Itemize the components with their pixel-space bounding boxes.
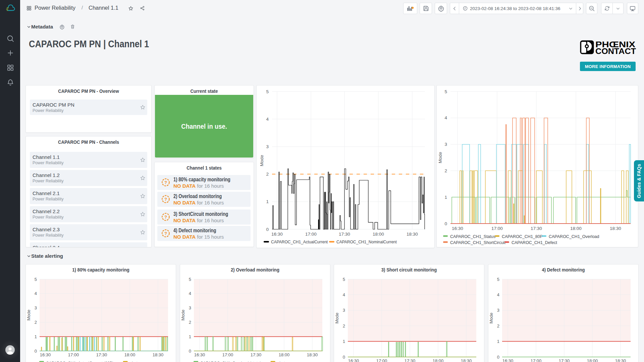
svg-text:17:30: 17:30 xyxy=(339,232,350,237)
svg-text:16:30: 16:30 xyxy=(502,358,514,362)
svg-text:CAPAROC_CH1_Defect: CAPAROC_CH1_Defect xyxy=(512,240,557,245)
svg-text:18:00: 18:00 xyxy=(587,358,598,362)
svg-text:17:30: 17:30 xyxy=(251,352,262,357)
svg-text:5: 5 xyxy=(343,277,345,282)
svg-text:16:30: 16:30 xyxy=(40,352,51,357)
svg-text:18:30: 18:30 xyxy=(615,358,626,362)
svg-text:1: 1 xyxy=(444,195,447,200)
svg-text:Mode: Mode xyxy=(438,152,443,163)
svg-text:0: 0 xyxy=(444,221,447,226)
svg-text:0: 0 xyxy=(35,349,37,354)
svg-text:1: 1 xyxy=(189,334,191,339)
svg-text:2: 2 xyxy=(35,320,37,325)
svg-text:16:30: 16:30 xyxy=(194,352,205,357)
svg-text:?: ? xyxy=(164,215,167,220)
svg-text:3: 3 xyxy=(444,142,447,147)
svg-text:17:00: 17:00 xyxy=(222,352,233,357)
svg-text:0: 0 xyxy=(343,355,345,360)
svg-text:5: 5 xyxy=(497,277,499,282)
svg-text:16:30: 16:30 xyxy=(271,232,283,237)
svg-text:?: ? xyxy=(164,180,167,185)
svg-text:17:00: 17:00 xyxy=(68,352,79,357)
svg-text:1: 1 xyxy=(497,339,499,344)
svg-text:17:00: 17:00 xyxy=(491,226,503,231)
svg-text:18:00: 18:00 xyxy=(570,226,582,231)
svg-text:18:30: 18:30 xyxy=(307,352,318,357)
svg-text:18:00: 18:00 xyxy=(433,358,444,362)
svg-text:Mode: Mode xyxy=(334,313,339,324)
svg-text:CAPAROC_CH1_ActualCurrent: CAPAROC_CH1_ActualCurrent xyxy=(271,240,328,244)
svg-text:17:30: 17:30 xyxy=(405,358,416,362)
svg-text:5: 5 xyxy=(35,277,37,282)
svg-text:CAPAROC_CH1_Overload: CAPAROC_CH1_Overload xyxy=(549,234,599,239)
svg-text:17:30: 17:30 xyxy=(531,226,542,231)
svg-text:4: 4 xyxy=(444,115,447,120)
svg-text:2: 2 xyxy=(189,320,191,325)
svg-text:CONTACT: CONTACT xyxy=(595,47,636,55)
svg-text:2: 2 xyxy=(444,168,447,173)
svg-text:1: 1 xyxy=(343,339,345,344)
svg-text:5: 5 xyxy=(266,89,269,94)
svg-text:CAPAROC_CH1_NominalCurrent: CAPAROC_CH1_NominalCurrent xyxy=(336,240,397,244)
svg-text:17:30: 17:30 xyxy=(96,352,107,357)
svg-text:3: 3 xyxy=(343,308,345,313)
svg-text:Mode: Mode xyxy=(489,313,494,324)
svg-text:CAPAROC_CH1_ShortCircuit: CAPAROC_CH1_ShortCircuit xyxy=(450,240,506,245)
svg-text:2: 2 xyxy=(343,323,345,328)
svg-text:4: 4 xyxy=(189,291,191,296)
svg-text:17:30: 17:30 xyxy=(559,358,570,362)
svg-text:16:30: 16:30 xyxy=(348,358,359,362)
svg-text:17:00: 17:00 xyxy=(305,232,317,237)
svg-text:17:00: 17:00 xyxy=(531,358,542,362)
svg-text:3: 3 xyxy=(266,144,269,149)
svg-text:18:30: 18:30 xyxy=(153,352,164,357)
svg-text:16:30: 16:30 xyxy=(452,226,463,231)
svg-text:5: 5 xyxy=(444,89,447,94)
svg-text:4: 4 xyxy=(343,292,345,297)
svg-text:0: 0 xyxy=(266,227,269,232)
svg-text:4: 4 xyxy=(497,292,499,297)
svg-text:4: 4 xyxy=(35,291,37,296)
svg-text:?: ? xyxy=(164,231,167,236)
svg-text:Mode: Mode xyxy=(180,310,185,321)
svg-text:1: 1 xyxy=(35,334,37,339)
svg-text:Mode: Mode xyxy=(259,155,264,166)
svg-text:1: 1 xyxy=(266,199,269,204)
svg-text:5: 5 xyxy=(189,277,191,282)
svg-text:18:30: 18:30 xyxy=(610,226,621,231)
svg-text:18:00: 18:00 xyxy=(373,232,384,237)
svg-text:0: 0 xyxy=(189,349,191,354)
svg-text:17:00: 17:00 xyxy=(376,358,387,362)
svg-text:Mode: Mode xyxy=(26,310,31,321)
svg-text:18:30: 18:30 xyxy=(407,232,418,237)
svg-text:2: 2 xyxy=(497,323,499,328)
svg-text:18:30: 18:30 xyxy=(461,358,472,362)
svg-text:2: 2 xyxy=(266,172,269,177)
svg-text:3: 3 xyxy=(35,305,37,310)
svg-text:18:00: 18:00 xyxy=(124,352,136,357)
svg-text:0: 0 xyxy=(497,355,499,360)
svg-text:18:00: 18:00 xyxy=(279,352,290,357)
svg-text:3: 3 xyxy=(189,305,191,310)
svg-text:3: 3 xyxy=(497,308,499,313)
svg-text:CAPAROC_CH1_Status: CAPAROC_CH1_Status xyxy=(450,234,495,239)
svg-text:CAPAROC_CH1_80P: CAPAROC_CH1_80P xyxy=(502,234,543,239)
svg-text:?: ? xyxy=(164,197,167,202)
svg-text:4: 4 xyxy=(266,117,269,122)
